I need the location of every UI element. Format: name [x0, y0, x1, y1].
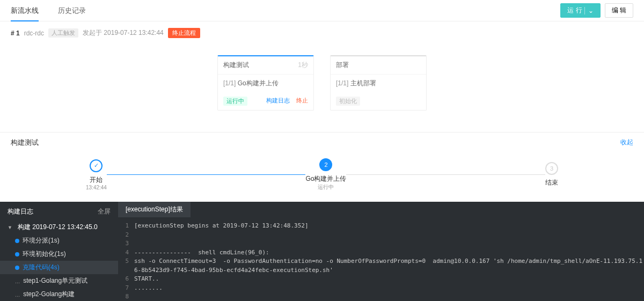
- line-number: 3: [118, 239, 134, 248]
- run-button[interactable]: 运 行 ⌄: [560, 3, 600, 18]
- tab-history[interactable]: 历史记录: [58, 0, 86, 21]
- section-header: 构建测试 收起: [0, 132, 644, 153]
- section-title: 构建测试: [11, 138, 39, 148]
- run-number: # 1: [11, 30, 20, 37]
- tab-bar: 新流水线 历史记录 运 行 ⌄ 编 辑: [0, 0, 644, 21]
- step-sub: 运行中: [318, 183, 334, 191]
- task-name: Go构建并上传: [238, 79, 279, 87]
- log-lines[interactable]: 1[executionStep begins at 2019-07-12 13:…: [118, 217, 644, 301]
- task-index: [1/1]: [223, 79, 236, 87]
- chevron-down-icon: ⌄: [584, 7, 594, 14]
- tree-item[interactable]: ...step1-Golang单元测试: [0, 274, 118, 288]
- line-text: ---------------- shell cmdLine(96_0):: [134, 248, 644, 258]
- run-user: rdc-rdc: [24, 30, 44, 37]
- run-button-label: 运 行: [567, 6, 582, 15]
- step-circle: ✓: [90, 159, 103, 172]
- tree-item[interactable]: 克隆代码(4s): [0, 261, 118, 274]
- log-line: 7........: [118, 284, 644, 293]
- status-dot-icon: [15, 252, 19, 256]
- step-connector: [107, 174, 306, 175]
- step-build: 2 Go构建并上传 运行中: [305, 158, 346, 191]
- stage-title: 构建测试: [223, 61, 249, 70]
- step-label: 结束: [545, 178, 558, 187]
- stop-run-button[interactable]: 终止流程: [168, 28, 200, 38]
- log-body: [executionStep]结果 1[executionStep begins…: [118, 202, 644, 301]
- step-connector: [346, 174, 545, 175]
- stage-time: 1秒: [298, 61, 308, 70]
- line-text: ........: [134, 284, 644, 293]
- task-name: 主机部署: [350, 79, 376, 87]
- log-line: 3: [118, 239, 644, 248]
- tree-item-label: 克隆代码(4s): [23, 263, 60, 272]
- status-dot-icon: [15, 266, 19, 270]
- tree-item-label: 环境分派(1s): [23, 236, 60, 245]
- tree-item-label: 环境初始化(1s): [23, 249, 66, 259]
- line-text: [executionStep begins at 2019-07-12 13:4…: [134, 222, 644, 231]
- line-text: [134, 239, 644, 248]
- tree-root[interactable]: 构建 2019-07-12 13:42:45.0: [0, 221, 118, 234]
- step-circle: 2: [319, 158, 332, 171]
- run-started: 发起于 2019-07-12 13:42:44: [83, 28, 164, 38]
- trigger-tag: 人工触发: [48, 28, 78, 38]
- status-badge: 初始化: [336, 97, 360, 106]
- status-dot-icon: [15, 239, 19, 243]
- log-tree: 构建日志 全屏 构建 2019-07-12 13:42:45.0 环境分派(1s…: [0, 202, 118, 301]
- line-number: 8: [118, 292, 134, 301]
- log-panel: 构建日志 全屏 构建 2019-07-12 13:42:45.0 环境分派(1s…: [0, 202, 644, 301]
- line-number: 1: [118, 222, 134, 231]
- step-start: ✓ 开始 13:42:44: [86, 159, 107, 190]
- tree-item[interactable]: 环境初始化(1s): [0, 247, 118, 261]
- run-header: # 1 rdc-rdc 人工触发 发起于 2019-07-12 13:42:44…: [0, 21, 644, 45]
- ellipsis-icon: ...: [15, 291, 20, 298]
- step-circle: 3: [545, 162, 558, 175]
- log-line: 5ssh -o ConnectTimeout=3 -o PasswordAuth…: [118, 257, 644, 275]
- stage-card-build[interactable]: 构建测试 1秒 [1/1] Go构建并上传 运行中 构建日志 终止: [217, 55, 314, 111]
- log-line: 8: [118, 292, 644, 301]
- line-number: 5: [118, 257, 134, 275]
- tree-item-label: step2-Golang构建: [23, 290, 75, 299]
- line-number: 4: [118, 248, 134, 258]
- stop-task-link[interactable]: 终止: [296, 97, 308, 106]
- log-line: 4---------------- shell cmdLine(96_0):: [118, 248, 644, 258]
- log-tree-title: 构建日志: [8, 207, 33, 216]
- stage-row: 构建测试 1秒 [1/1] Go构建并上传 运行中 构建日志 终止 部署 [1/…: [0, 45, 644, 132]
- tree-item[interactable]: ...step2-Golang构建: [0, 288, 118, 301]
- fullscreen-link[interactable]: 全屏: [98, 207, 111, 216]
- stage-card-deploy[interactable]: 部署 [1/1] 主机部署 初始化: [330, 55, 427, 111]
- edit-button[interactable]: 编 辑: [605, 3, 633, 18]
- step-sub: 13:42:44: [86, 185, 107, 190]
- tree-item[interactable]: 环境分派(1s): [0, 234, 118, 247]
- line-text: [134, 231, 644, 240]
- stage-title: 部署: [336, 61, 349, 70]
- line-text: START..: [134, 275, 644, 284]
- line-number: 7: [118, 284, 134, 293]
- log-tab[interactable]: [executionStep]结果: [118, 202, 191, 217]
- step-end: 3 结束: [545, 162, 558, 187]
- line-number: 6: [118, 275, 134, 284]
- status-badge: 运行中: [223, 97, 247, 106]
- line-text: [134, 292, 644, 301]
- log-line: 2: [118, 231, 644, 240]
- build-log-link[interactable]: 构建日志: [266, 97, 290, 106]
- step-label: Go构建并上传: [305, 174, 346, 183]
- log-line: 6START..: [118, 275, 644, 284]
- collapse-link[interactable]: 收起: [620, 138, 633, 148]
- tab-pipeline[interactable]: 新流水线: [11, 0, 39, 21]
- progress-steps: ✓ 开始 13:42:44 2 Go构建并上传 运行中 3 结束: [0, 153, 644, 202]
- tree-item-label: step1-Golang单元测试: [23, 276, 87, 285]
- log-line: 1[executionStep begins at 2019-07-12 13:…: [118, 222, 644, 231]
- ellipsis-icon: ...: [15, 278, 20, 284]
- line-number: 2: [118, 231, 134, 240]
- line-text: ssh -o ConnectTimeout=3 -o PasswordAuthe…: [134, 257, 644, 275]
- step-label: 开始: [90, 175, 103, 185]
- task-index: [1/1]: [336, 79, 348, 87]
